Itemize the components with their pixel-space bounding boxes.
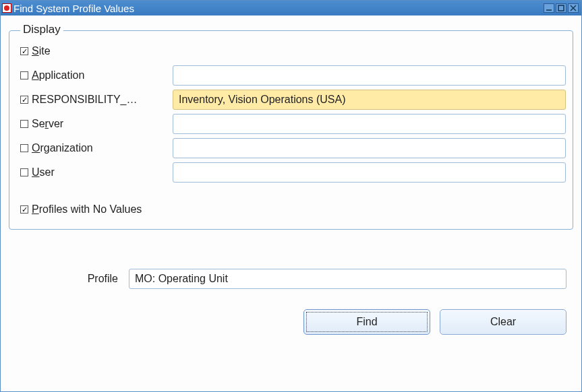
responsibility-input[interactable] [173, 90, 566, 110]
profiles-no-values-checkbox[interactable] [20, 205, 28, 214]
maximize-icon[interactable] [556, 3, 566, 13]
profile-section: Profile [9, 269, 573, 289]
application-input[interactable] [173, 65, 566, 86]
application-checkbox[interactable] [20, 71, 28, 79]
site-checkbox[interactable] [20, 47, 28, 55]
responsibility-checkbox[interactable] [20, 96, 28, 104]
display-legend: Display [20, 23, 63, 36]
user-checkbox[interactable] [20, 168, 28, 176]
profile-label: Profile [16, 273, 129, 285]
organization-input[interactable] [173, 138, 566, 158]
svg-rect-1 [558, 5, 564, 11]
row-server: Server [18, 112, 566, 136]
row-profiles-no-values: Profiles with No Values [18, 203, 566, 216]
responsibility-label: RESPONSIBILITY_… [32, 94, 138, 106]
profiles-no-values-label: Profiles with No Values [32, 203, 142, 216]
server-checkbox[interactable] [20, 120, 28, 128]
row-responsibility: RESPONSIBILITY_… [18, 88, 566, 112]
minimize-icon[interactable] [544, 3, 554, 13]
client-area: Display Site Application [1, 15, 581, 391]
button-row: Find Clear [9, 309, 573, 335]
row-site: Site [18, 39, 566, 63]
profile-input[interactable] [129, 269, 566, 289]
user-label: User [32, 166, 55, 178]
row-organization: Organization [18, 136, 566, 160]
window-controls [544, 3, 579, 13]
site-label: Site [32, 45, 51, 57]
application-label: Application [32, 69, 84, 81]
organization-label: Organization [32, 142, 93, 154]
close-icon[interactable] [568, 3, 579, 13]
oracle-app-icon [2, 3, 11, 13]
find-button[interactable]: Find [303, 309, 430, 335]
clear-button[interactable]: Clear [440, 309, 566, 335]
window-title: Find System Profile Values [13, 3, 134, 14]
user-input[interactable] [173, 162, 566, 183]
row-user: User [18, 160, 566, 185]
organization-checkbox[interactable] [20, 144, 28, 152]
find-system-profile-values-window: Find System Profile Values Display Site [0, 0, 582, 392]
titlebar: Find System Profile Values [1, 1, 581, 15]
row-application: Application [18, 63, 566, 88]
server-input[interactable] [173, 114, 566, 134]
server-label: Server [32, 118, 63, 130]
display-group: Display Site Application [9, 30, 573, 230]
